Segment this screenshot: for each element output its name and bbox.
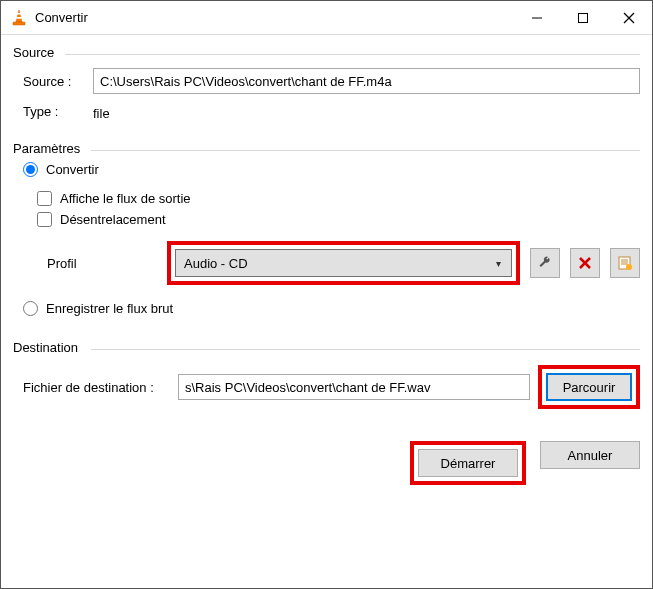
- wrench-icon: [537, 255, 553, 271]
- raw-stream-label: Enregistrer le flux brut: [46, 301, 173, 316]
- source-group: Source Source : Type : file: [13, 45, 640, 127]
- deinterlace-row: Désentrelacement: [37, 212, 640, 227]
- source-label: Source :: [23, 74, 93, 89]
- svg-rect-2: [13, 22, 25, 25]
- svg-point-13: [626, 264, 632, 270]
- source-input[interactable]: [93, 68, 640, 94]
- profile-row: Profil Audio - CD ▾: [23, 241, 640, 285]
- destination-input[interactable]: [178, 374, 530, 400]
- convert-dialog: Convertir Source Source : Type : file: [0, 0, 653, 589]
- deinterlace-label: Désentrelacement: [60, 212, 166, 227]
- type-value: file: [93, 102, 110, 121]
- titlebar: Convertir: [1, 1, 652, 35]
- convert-radio-row: Convertir: [23, 162, 640, 177]
- params-group: Paramètres Convertir Affiche le flux de …: [13, 141, 640, 326]
- svg-rect-1: [16, 17, 22, 19]
- cancel-button[interactable]: Annuler: [540, 441, 640, 469]
- maximize-icon: [577, 12, 589, 24]
- show-output-row: Affiche le flux de sortie: [37, 191, 640, 206]
- destination-legend: Destination: [13, 340, 640, 355]
- window-title: Convertir: [35, 10, 514, 25]
- raw-stream-radio[interactable]: [23, 301, 38, 316]
- close-button[interactable]: [606, 1, 652, 34]
- maximize-button[interactable]: [560, 1, 606, 34]
- browse-button[interactable]: Parcourir: [546, 373, 632, 401]
- deinterlace-checkbox[interactable]: [37, 212, 52, 227]
- new-profile-icon: [617, 255, 633, 271]
- type-row: Type : file: [23, 102, 640, 121]
- vlc-cone-icon: [9, 8, 29, 28]
- type-label: Type :: [23, 104, 93, 119]
- chevron-down-icon: ▾: [496, 258, 501, 269]
- params-legend: Paramètres: [13, 141, 640, 156]
- destination-group: Destination Fichier de destination : Par…: [13, 340, 640, 409]
- source-legend: Source: [13, 45, 640, 60]
- window-buttons: [514, 1, 652, 34]
- destination-row: Fichier de destination : Parcourir: [23, 365, 640, 409]
- profile-value: Audio - CD: [184, 256, 248, 271]
- browse-highlight: Parcourir: [538, 365, 640, 409]
- show-output-label: Affiche le flux de sortie: [60, 191, 191, 206]
- start-highlight: Démarrer: [410, 441, 526, 485]
- show-output-checkbox[interactable]: [37, 191, 52, 206]
- start-button[interactable]: Démarrer: [418, 449, 518, 477]
- minimize-icon: [531, 12, 543, 24]
- svg-rect-0: [17, 13, 21, 15]
- dialog-actions: Démarrer Annuler: [13, 441, 640, 485]
- edit-profile-button[interactable]: [530, 248, 560, 278]
- destination-label: Fichier de destination :: [23, 380, 178, 395]
- profile-label: Profil: [47, 256, 167, 271]
- minimize-button[interactable]: [514, 1, 560, 34]
- profile-highlight: Audio - CD ▾: [167, 241, 520, 285]
- delete-profile-button[interactable]: [570, 248, 600, 278]
- dialog-content: Source Source : Type : file Paramètres C…: [1, 35, 652, 588]
- convert-radio-label: Convertir: [46, 162, 99, 177]
- svg-rect-4: [579, 13, 588, 22]
- new-profile-button[interactable]: [610, 248, 640, 278]
- raw-stream-row: Enregistrer le flux brut: [23, 301, 640, 316]
- convert-radio[interactable]: [23, 162, 38, 177]
- profile-select[interactable]: Audio - CD ▾: [175, 249, 512, 277]
- delete-icon: [578, 256, 592, 270]
- source-row: Source :: [23, 68, 640, 94]
- close-icon: [623, 12, 635, 24]
